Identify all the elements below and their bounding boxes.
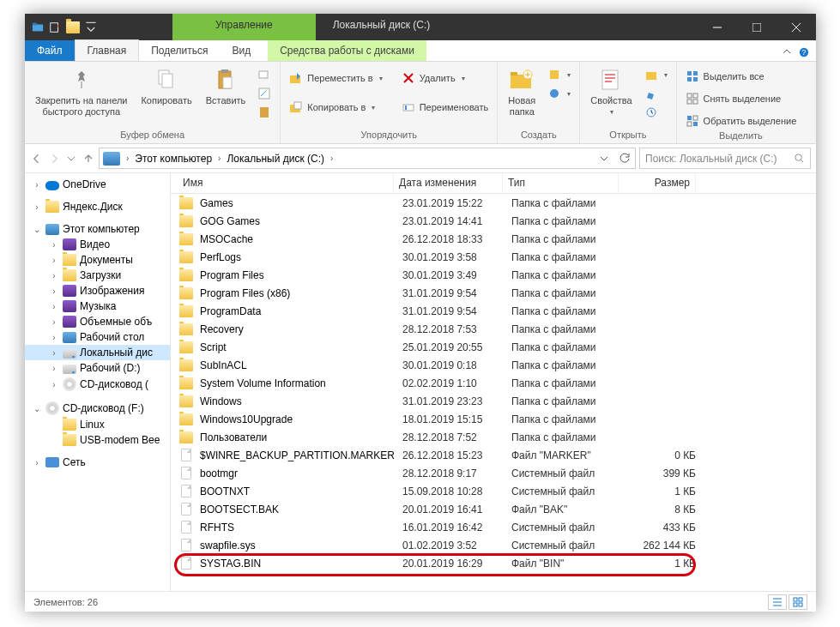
properties-button[interactable]: Свойства▾ <box>585 64 637 118</box>
file-list[interactable]: Games23.01.2019 15:22Папка с файламиGOG … <box>171 194 816 591</box>
expand-icon[interactable]: ⌄ <box>32 225 42 234</box>
tree-item-desktop[interactable]: ›Рабочий стол <box>25 329 170 345</box>
easy-access-button[interactable]: ▾ <box>544 85 574 102</box>
forward-button[interactable] <box>47 152 61 166</box>
up-button[interactable] <box>82 152 95 166</box>
tree-item-cd_e[interactable]: ›CD-дисковод ( <box>25 376 170 393</box>
recent-dropdown-icon[interactable] <box>64 152 78 166</box>
tree-item-objects3d[interactable]: ›Объемные объ <box>25 314 170 329</box>
back-button[interactable] <box>30 152 44 166</box>
invert-selection-button[interactable]: Обратить выделение <box>682 112 801 130</box>
expand-icon[interactable]: › <box>49 302 59 311</box>
maximize-button[interactable] <box>737 14 777 40</box>
tree-item-onedrive[interactable]: ›OneDrive <box>25 177 170 192</box>
new-item-button[interactable]: ▾ <box>544 66 574 83</box>
expand-icon[interactable]: › <box>49 240 59 250</box>
file-row[interactable]: Program Files30.01.2019 3:49Папка с файл… <box>171 266 816 284</box>
tree-item-documents[interactable]: ›Документы <box>25 252 170 268</box>
paste-path-button[interactable] <box>254 66 275 83</box>
file-row[interactable]: System Volume Information02.02.2019 1:10… <box>171 374 816 392</box>
expand-icon[interactable]: › <box>32 458 42 467</box>
folder-icon[interactable] <box>66 21 80 33</box>
qat-dropdown-icon[interactable] <box>85 21 97 33</box>
history-button[interactable] <box>641 104 671 121</box>
rename-button[interactable]: Переименовать <box>398 99 493 116</box>
file-row[interactable]: MSOCache26.12.2018 18:33Папка с файлами <box>171 230 816 248</box>
expand-icon[interactable]: › <box>49 333 59 342</box>
expand-icon[interactable]: › <box>49 364 59 373</box>
file-row[interactable]: Script25.01.2019 20:55Папка с файлами <box>171 338 816 356</box>
open-button[interactable]: ▾ <box>641 66 671 83</box>
tree-item-cd_f[interactable]: ⌄CD-дисковод (F:) <box>25 400 170 417</box>
edit-button[interactable] <box>641 85 671 102</box>
column-headers[interactable]: Имя Дата изменения Тип Размер <box>171 173 816 194</box>
new-folder-button[interactable]: Новая папка <box>503 64 541 118</box>
expand-icon[interactable]: › <box>49 256 59 265</box>
file-row[interactable]: GOG Games23.01.2019 14:41Папка с файлами <box>171 212 816 230</box>
address-dropdown-button[interactable] <box>594 154 614 163</box>
address-bar[interactable]: › Этот компьютер › Локальный диск (C:) › <box>99 148 636 169</box>
breadcrumb-drive-c[interactable]: Локальный диск (C:) <box>223 148 328 168</box>
tree-item-downloads[interactable]: ›Загрузки <box>25 268 170 283</box>
tab-view[interactable]: Вид <box>220 40 263 61</box>
tab-drive-tools[interactable]: Средства работы с дисками <box>268 40 426 61</box>
tree-item-music[interactable]: ›Музыка <box>25 298 170 314</box>
expand-icon[interactable]: › <box>49 286 59 296</box>
tab-share[interactable]: Поделиться <box>139 40 220 61</box>
clipboard-history-button[interactable] <box>254 104 275 121</box>
copy-to-button[interactable]: Копировать в▾ <box>286 99 385 116</box>
expand-icon[interactable]: › <box>49 271 59 280</box>
search-input[interactable]: Поиск: Локальный диск (C:) <box>639 148 811 169</box>
file-row[interactable]: bootmgr28.12.2018 9:17Системный файл399 … <box>171 464 816 482</box>
context-tab-manage[interactable]: Управление <box>172 14 316 40</box>
expand-icon[interactable]: › <box>49 380 59 389</box>
select-all-button[interactable]: Выделить все <box>682 68 801 85</box>
copy-button[interactable]: Копировать <box>136 64 196 108</box>
tree-item-yandex[interactable]: ›Яндекс.Диск <box>25 199 170 214</box>
tree-item-pictures[interactable]: ›Изображения <box>25 283 170 298</box>
navigation-tree[interactable]: ›OneDrive›Яндекс.Диск⌄Этот компьютер›Вид… <box>25 173 171 591</box>
file-row[interactable]: Пользователи28.12.2018 7:52Папка с файла… <box>171 428 816 446</box>
deselect-button[interactable]: Снять выделение <box>682 90 801 107</box>
minimize-button[interactable] <box>698 14 737 40</box>
file-row[interactable]: Windows31.01.2019 23:23Папка с файлами <box>171 392 816 410</box>
tab-file[interactable]: Файл <box>25 40 75 61</box>
paste-button[interactable]: Вставить <box>201 64 251 108</box>
file-row[interactable]: Windows10Upgrade18.01.2019 15:15Папка с … <box>171 410 816 428</box>
file-row[interactable]: Recovery28.12.2018 7:53Папка с файлами <box>171 320 816 338</box>
breadcrumb-this-pc[interactable]: Этот компьютер <box>131 148 215 168</box>
file-row[interactable]: SYSTAG.BIN20.01.2019 16:29Файл "BIN"1 КБ <box>171 554 816 572</box>
file-row[interactable]: BOOTSECT.BAK20.01.2019 16:41Файл "BAK"8 … <box>171 500 816 518</box>
close-button[interactable] <box>777 14 816 40</box>
file-row[interactable]: PerfLogs30.01.2019 3:58Папка с файлами <box>171 248 816 266</box>
expand-icon[interactable]: › <box>32 202 42 212</box>
file-row[interactable]: Program Files (x86)31.01.2019 9:54Папка … <box>171 284 816 302</box>
collapse-ribbon-icon[interactable] <box>782 47 792 57</box>
file-row[interactable]: ProgramData31.01.2019 9:54Папка с файлам… <box>171 302 816 320</box>
tree-item-video[interactable]: ›Видео <box>25 237 170 252</box>
details-view-button[interactable] <box>768 594 787 610</box>
file-row[interactable]: BOOTNXT15.09.2018 10:28Системный файл1 К… <box>171 482 816 500</box>
move-to-button[interactable]: Переместить в▾ <box>286 69 385 87</box>
paste-shortcut-button[interactable] <box>254 85 275 102</box>
file-row[interactable]: Games23.01.2019 15:22Папка с файлами <box>171 194 816 212</box>
tab-home[interactable]: Главная <box>75 39 140 61</box>
delete-button[interactable]: Удалить▾ <box>398 69 493 87</box>
tree-item-drive_c[interactable]: ›Локальный дис <box>25 345 170 360</box>
expand-icon[interactable]: › <box>49 348 59 358</box>
expand-icon[interactable]: ⌄ <box>32 404 42 413</box>
file-row[interactable]: swapfile.sys01.02.2019 3:52Системный фай… <box>171 536 816 554</box>
file-row[interactable]: RFHTS16.01.2019 16:42Системный файл433 К… <box>171 518 816 536</box>
file-row[interactable]: SubInACL30.01.2019 0:18Папка с файлами <box>171 356 816 374</box>
pin-quick-access-button[interactable]: Закрепить на панели быстрого доступа <box>30 64 132 118</box>
tree-item-usb[interactable]: USB-modem Bee <box>25 432 170 448</box>
tree-item-linux[interactable]: Linux <box>25 417 170 432</box>
file-row[interactable]: $WINRE_BACKUP_PARTITION.MARKER26.12.2018… <box>171 446 816 464</box>
tree-item-this_pc[interactable]: ⌄Этот компьютер <box>25 221 170 237</box>
tree-item-network[interactable]: ›Сеть <box>25 455 170 470</box>
properties-icon[interactable] <box>49 21 61 33</box>
icons-view-button[interactable] <box>789 594 807 610</box>
refresh-button[interactable] <box>614 153 635 165</box>
expand-icon[interactable]: › <box>32 180 42 190</box>
expand-icon[interactable]: › <box>49 317 59 327</box>
